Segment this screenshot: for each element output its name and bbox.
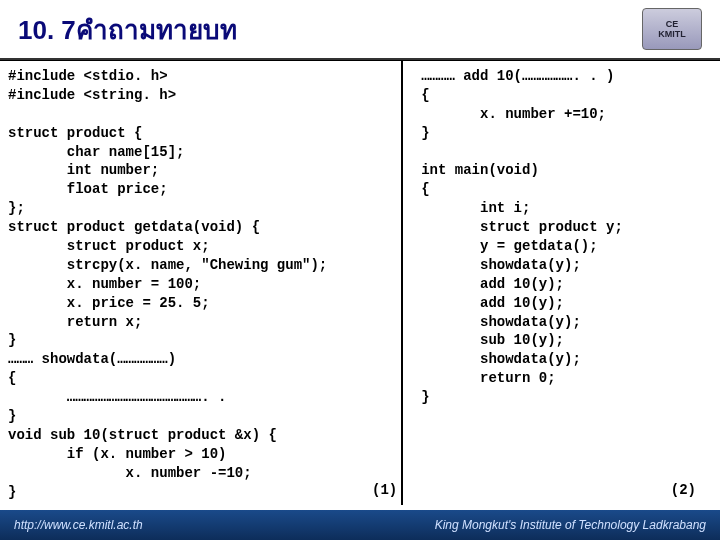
logo-text-top: CE (666, 19, 679, 29)
slide-footer: http://www.ce.kmitl.ac.th King Mongkut's… (0, 510, 720, 540)
page-marker-right: (2) (671, 482, 696, 498)
code-columns: #include <stdio. h> #include <string. h>… (0, 60, 720, 505)
page-marker-left: (1) (372, 482, 397, 498)
footer-institute: King Mongkut's Institute of Technology L… (435, 518, 706, 532)
slide-title: 10. 7คำถามทายบท (18, 9, 237, 50)
code-left-column: #include <stdio. h> #include <string. h>… (0, 61, 403, 505)
logo-text-bottom: KMITL (658, 29, 686, 39)
footer-url: http://www.ce.kmitl.ac.th (14, 518, 143, 532)
slide-header: 10. 7คำถามทายบท CE KMITL (0, 0, 720, 60)
code-right-column: ………… add 10(………………. . ) { x. number +=10… (403, 61, 720, 505)
kmitl-logo-icon: CE KMITL (642, 8, 702, 50)
